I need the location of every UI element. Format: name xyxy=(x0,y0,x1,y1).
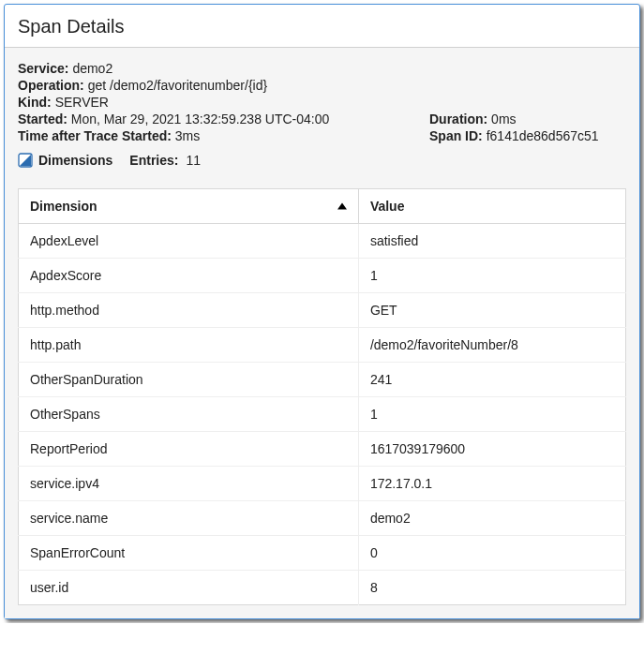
tab-dimensions-label: Dimensions xyxy=(38,153,112,168)
kind-value: SERVER xyxy=(55,95,109,110)
table-row: OtherSpanDuration241 xyxy=(19,363,626,397)
table-row: service.namedemo2 xyxy=(19,501,626,536)
table-row: ReportPeriod1617039179600 xyxy=(19,432,626,467)
table-row: ApdexScore1 xyxy=(19,259,626,293)
service-label: Service: xyxy=(18,61,68,76)
dimensions-table: Dimension Value ApdexLevelsatisfiedApdex… xyxy=(18,188,626,605)
dimension-cell: service.name xyxy=(19,501,359,536)
service-value: demo2 xyxy=(72,61,112,76)
entries-label: Entries: xyxy=(129,153,178,168)
dimension-cell: OtherSpans xyxy=(19,397,359,432)
dimension-cell: SpanErrorCount xyxy=(19,536,359,571)
table-row: http.methodGET xyxy=(19,293,626,328)
dimension-cell: ApdexLevel xyxy=(19,224,359,259)
duration-label: Duration: xyxy=(429,111,487,126)
meta-section: Service: demo2 Operation: get /demo2/fav… xyxy=(5,48,639,179)
time-after-value: 3ms xyxy=(175,128,200,143)
value-cell: demo2 xyxy=(358,501,625,536)
span-id-value: f6141de86d567c51 xyxy=(487,128,599,143)
started-label: Started: xyxy=(18,111,67,126)
value-cell: 8 xyxy=(358,571,625,605)
dimensions-icon xyxy=(18,153,33,168)
dimension-cell: OtherSpanDuration xyxy=(19,363,359,397)
dimension-cell: service.ipv4 xyxy=(19,467,359,501)
span-id-label: Span ID: xyxy=(429,128,483,143)
value-cell: 1 xyxy=(358,259,625,293)
tabs-row: Dimensions Entries: 11 xyxy=(18,153,626,171)
value-cell: GET xyxy=(358,293,625,328)
tab-dimensions[interactable]: Dimensions xyxy=(18,153,112,168)
col-header-value-label: Value xyxy=(370,199,405,214)
dimension-cell: http.method xyxy=(19,293,359,328)
value-cell: 241 xyxy=(358,363,625,397)
value-cell: satisfied xyxy=(358,224,625,259)
duration-value: 0ms xyxy=(491,111,516,126)
dimension-cell: http.path xyxy=(19,328,359,363)
table-row: ApdexLevelsatisfied xyxy=(19,224,626,259)
table-row: http.path/demo2/favoriteNumber/8 xyxy=(19,328,626,363)
table-container: Dimension Value ApdexLevelsatisfiedApdex… xyxy=(5,179,639,618)
time-after-label: Time after Trace Started: xyxy=(18,128,172,143)
span-details-panel: Span Details Service: demo2 Operation: g… xyxy=(4,4,640,619)
value-cell: /demo2/favoriteNumber/8 xyxy=(358,328,625,363)
operation-label: Operation: xyxy=(18,78,84,93)
started-value: Mon, Mar 29, 2021 13:32:59.238 UTC-04:00 xyxy=(71,111,330,126)
entries-counter: Entries: 11 xyxy=(129,153,201,168)
table-row: user.id8 xyxy=(19,571,626,605)
table-row: service.ipv4172.17.0.1 xyxy=(19,467,626,501)
col-header-dimension[interactable]: Dimension xyxy=(19,189,359,224)
dimension-cell: user.id xyxy=(19,571,359,605)
operation-value: get /demo2/favoritenumber/{id} xyxy=(88,78,267,93)
panel-title: Span Details xyxy=(5,5,639,48)
value-cell: 172.17.0.1 xyxy=(358,467,625,501)
dimension-cell: ApdexScore xyxy=(19,259,359,293)
col-header-dimension-label: Dimension xyxy=(30,199,97,214)
value-cell: 0 xyxy=(358,536,625,571)
value-cell: 1617039179600 xyxy=(358,432,625,467)
col-header-value[interactable]: Value xyxy=(358,189,625,224)
sort-asc-icon xyxy=(337,203,347,210)
value-cell: 1 xyxy=(358,397,625,432)
entries-count: 11 xyxy=(186,153,201,168)
dimension-cell: ReportPeriod xyxy=(19,432,359,467)
kind-label: Kind: xyxy=(18,95,52,110)
table-row: OtherSpans1 xyxy=(19,397,626,432)
table-row: SpanErrorCount0 xyxy=(19,536,626,571)
